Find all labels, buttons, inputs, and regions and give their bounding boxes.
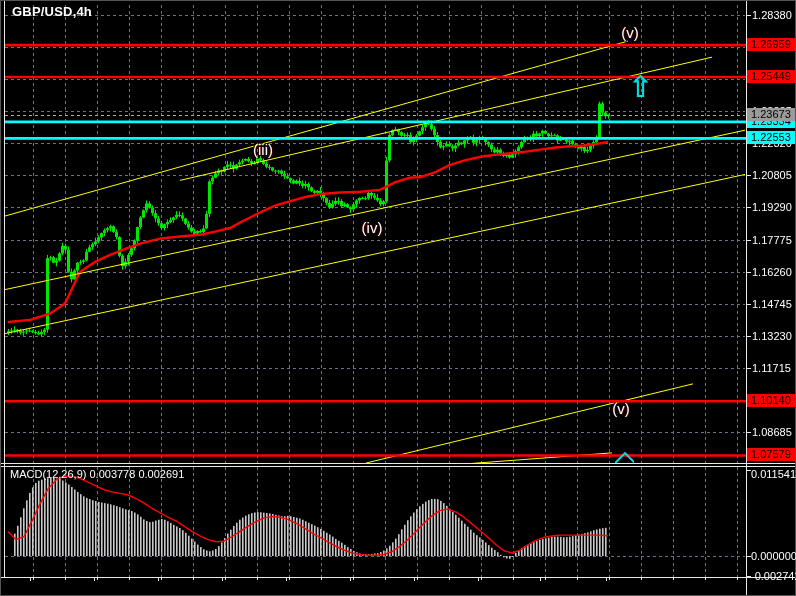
price-tick: 1.16260 (752, 266, 792, 278)
wave-label-iv[interactable]: (iv) (342, 219, 402, 236)
wave-label-v-upper[interactable]: (v) (600, 24, 660, 41)
time-axis[interactable]: 9 Nov 2022 14 Nov 08:00 17 Nov 00:00 21 … (0, 578, 796, 596)
price-tick: 1.28380 (752, 9, 792, 21)
macd-axis-tick: 0.011541 (751, 468, 796, 480)
price-tick: 1.20805 (752, 169, 792, 181)
cyan-level-label: 1.22553 (747, 131, 795, 144)
up-arrow-icon[interactable]: ⇧ (628, 72, 653, 102)
wave-label-iii[interactable]: (iii) (233, 141, 293, 158)
chart-title: GBP/USD,4h (12, 6, 92, 18)
chart-window: { "window": { "title": "GBP/USD,4h" }, "… (0, 0, 796, 596)
resistance-level-label: 1.25449 (747, 70, 795, 83)
macd-axis-tick: 0.000000 (751, 550, 796, 562)
pane-splitter[interactable] (0, 462, 796, 468)
price-tick: 1.14745 (752, 298, 792, 310)
wave-label-v-lower[interactable]: (v) (591, 400, 651, 417)
support-level-label: 1.07579 (747, 448, 795, 461)
price-axis[interactable]: 1.28380 1.26865 1.25350 1.23835 1.22320 … (746, 0, 796, 577)
price-chart-canvas[interactable] (0, 0, 796, 596)
resistance-level-label: 1.26959 (747, 38, 795, 51)
price-tick: 1.08685 (752, 426, 792, 438)
bid-price-label: 1.23673 (747, 108, 795, 121)
macd-indicator-label: MACD(12,26,9) 0.003778 0.002691 (10, 468, 184, 480)
price-tick: 1.17775 (752, 234, 792, 246)
support-level-label: 1.10140 (747, 394, 795, 407)
price-tick: 1.19290 (752, 201, 792, 213)
price-tick: 1.13230 (752, 330, 792, 342)
price-tick: 1.11715 (752, 362, 791, 374)
